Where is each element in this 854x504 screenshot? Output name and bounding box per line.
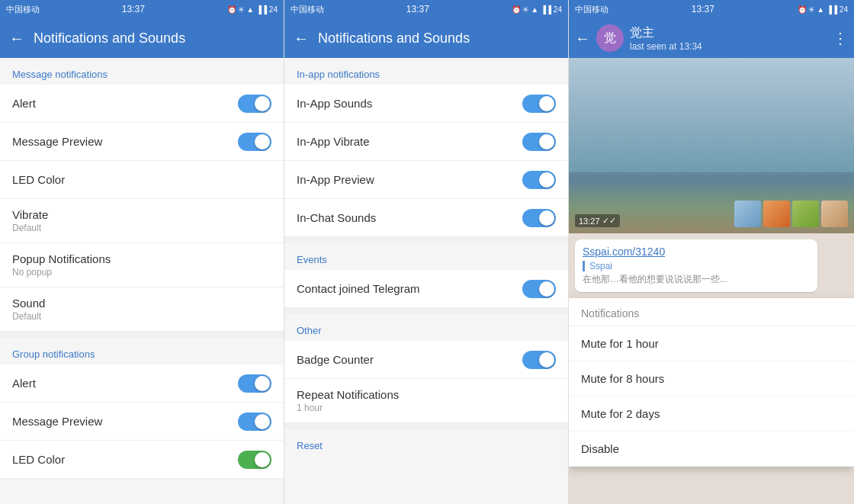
divider-4 <box>284 423 568 429</box>
message-preview-label: Message Preview <box>12 135 102 148</box>
section-message-notifications: Message notifications <box>0 58 284 85</box>
badge-counter-toggle[interactable] <box>522 351 556 369</box>
repeat-notifications-sublabel: 1 hour <box>297 403 399 413</box>
row-inapp-preview: In-App Preview <box>284 161 568 199</box>
chat-image: 13:27 ✓✓ <box>569 58 854 233</box>
mute-1-hour[interactable]: Mute for 1 hour <box>569 326 854 361</box>
row-repeat-notifications[interactable]: Repeat Notifications 1 hour <box>284 379 568 423</box>
chat-header-info: 觉主 last seen at 13:34 <box>630 25 827 52</box>
sound-label: Sound <box>12 297 45 310</box>
led-color-label: LED Color <box>12 173 65 186</box>
row-sound[interactable]: Sound Default <box>0 287 284 332</box>
status-bar-2: 中国移动 13:37 ⏰ ✳ ▲ ▐▐ 24 <box>284 0 568 18</box>
divider-1 <box>0 332 284 338</box>
time-1: 13:37 <box>122 4 145 14</box>
dropdown-header: Notifications <box>569 298 854 326</box>
row-group-alert: Alert <box>0 364 284 403</box>
repeat-notifications-label: Repeat Notifications <box>297 388 399 401</box>
row-led-color[interactable]: LED Color <box>0 161 284 199</box>
thumb-1 <box>734 201 761 227</box>
inapp-preview-label: In-App Preview <box>297 173 374 186</box>
back-button-1[interactable]: ← <box>9 30 24 47</box>
thumb-2 <box>763 201 790 227</box>
inapp-vibrate-toggle[interactable] <box>522 133 556 151</box>
mute-2-days[interactable]: Mute for 2 days <box>569 396 854 432</box>
time-3: 13:37 <box>692 4 714 14</box>
thumbnail-row <box>734 201 848 227</box>
status-icons-1: ⏰ ✳ ▲ ▐▐ 24 <box>227 5 278 14</box>
inapp-vibrate-label: In-App Vibrate <box>297 135 370 148</box>
row-group-message-preview: Message Preview <box>0 403 284 441</box>
section-other: Other <box>284 314 568 341</box>
back-button-2[interactable]: ← <box>294 30 309 47</box>
read-checkmarks: ✓✓ <box>602 216 616 226</box>
alert-toggle[interactable] <box>238 95 271 113</box>
alert-label: Alert <box>12 97 36 110</box>
message-source: Sspai <box>583 261 810 271</box>
chat-time-badge: 13:27 ✓✓ <box>575 214 620 227</box>
contact-joined-label: Contact joined Telegram <box>297 282 419 295</box>
message-link[interactable]: Sspai.com/31240 <box>583 246 810 258</box>
chat-name: 觉主 <box>630 25 827 41</box>
row-alert: Alert <box>0 85 284 123</box>
row-inapp-vibrate: In-App Vibrate <box>284 123 568 161</box>
badge-counter-label: Badge Counter <box>297 353 374 366</box>
vibrate-sublabel: Default <box>12 223 48 233</box>
disable[interactable]: Disable <box>569 432 854 467</box>
chat-header: ← 觉 觉主 last seen at 13:34 ⋮ <box>569 18 854 58</box>
thumb-3 <box>792 201 819 227</box>
row-inchat-sounds: In-Chat Sounds <box>284 199 568 237</box>
popup-sublabel: No popup <box>12 267 111 278</box>
more-button[interactable]: ⋮ <box>833 29 848 47</box>
inapp-preview-toggle[interactable] <box>522 171 556 189</box>
panel-1: 中国移动 13:37 ⏰ ✳ ▲ ▐▐ 24 ← Notifications a… <box>0 0 284 504</box>
chat-time: 13:27 <box>579 217 600 226</box>
section-group-notifications: Group notifications <box>0 338 284 364</box>
inapp-sounds-label: In-App Sounds <box>297 97 372 110</box>
message-preview: 在他那…看他的想要说说说那一些... <box>583 273 810 286</box>
chat-area: 13:27 ✓✓ Sspai.com/31240 Sspai 在他那…看他的想要… <box>569 58 854 504</box>
row-group-led-color: LED Color <box>0 441 284 479</box>
sound-sublabel: Default <box>12 311 45 322</box>
status-bar-1: 中国移动 13:37 ⏰ ✳ ▲ ▐▐ 24 <box>0 0 284 18</box>
row-vibrate[interactable]: Vibrate Default <box>0 199 284 243</box>
section-inapp: In-app notifications <box>284 58 568 85</box>
scroll-content-2: In-app notifications In-App Sounds In-Ap… <box>284 58 568 504</box>
popup-label: Popup Notifications <box>12 252 111 265</box>
status-bar-3: 中国移动 13:37 ⏰ ✳ ▲ ▐▐ 24 <box>569 0 854 18</box>
group-led-toggle[interactable] <box>238 451 271 469</box>
panel-3-chat: 中国移动 13:37 ⏰ ✳ ▲ ▐▐ 24 ← 觉 觉主 last seen … <box>569 0 854 504</box>
group-alert-label: Alert <box>12 377 36 390</box>
group-led-label: LED Color <box>12 453 65 466</box>
message-bubble: Sspai.com/31240 Sspai 在他那…看他的想要说说说那一些... <box>575 239 817 292</box>
chat-status: last seen at 13:34 <box>630 41 827 52</box>
contact-joined-toggle[interactable] <box>522 280 556 298</box>
header-1: ← Notifications and Sounds <box>0 18 284 58</box>
status-icons-2: ⏰ ✳ ▲ ▐▐ 24 <box>512 5 562 14</box>
group-message-preview-label: Message Preview <box>12 415 102 428</box>
avatar: 觉 <box>596 24 624 52</box>
mute-8-hours[interactable]: Mute for 8 hours <box>569 361 854 396</box>
row-popup-notifications[interactable]: Popup Notifications No popup <box>0 243 284 287</box>
inchat-sounds-toggle[interactable] <box>522 209 556 227</box>
row-contact-joined: Contact joined Telegram <box>284 270 568 308</box>
vibrate-label: Vibrate <box>12 208 48 221</box>
row-message-preview: Message Preview <box>0 123 284 161</box>
time-2: 13:37 <box>406 4 429 14</box>
header-2: ← Notifications and Sounds <box>284 18 568 58</box>
carrier-1: 中国移动 <box>6 4 40 15</box>
carrier-2: 中国移动 <box>291 4 324 15</box>
inapp-sounds-toggle[interactable] <box>522 95 556 113</box>
dropdown-menu: Notifications Mute for 1 hour Mute for 8… <box>569 298 854 467</box>
message-preview-toggle[interactable] <box>238 133 271 151</box>
header-title-1: Notifications and Sounds <box>34 30 185 47</box>
group-message-preview-toggle[interactable] <box>238 413 271 431</box>
status-icons-3: ⏰ ✳ ▲ ▐▐ 24 <box>798 5 848 14</box>
row-badge-counter: Badge Counter <box>284 341 568 379</box>
scroll-content-1: Message notifications Alert Message Prev… <box>0 58 284 504</box>
chat-back-button[interactable]: ← <box>575 30 590 47</box>
thumb-4 <box>821 201 848 227</box>
group-alert-toggle[interactable] <box>238 374 271 393</box>
section-reset[interactable]: Reset <box>284 429 568 456</box>
panel-2: 中国移动 13:37 ⏰ ✳ ▲ ▐▐ 24 ← Notifications a… <box>284 0 569 504</box>
